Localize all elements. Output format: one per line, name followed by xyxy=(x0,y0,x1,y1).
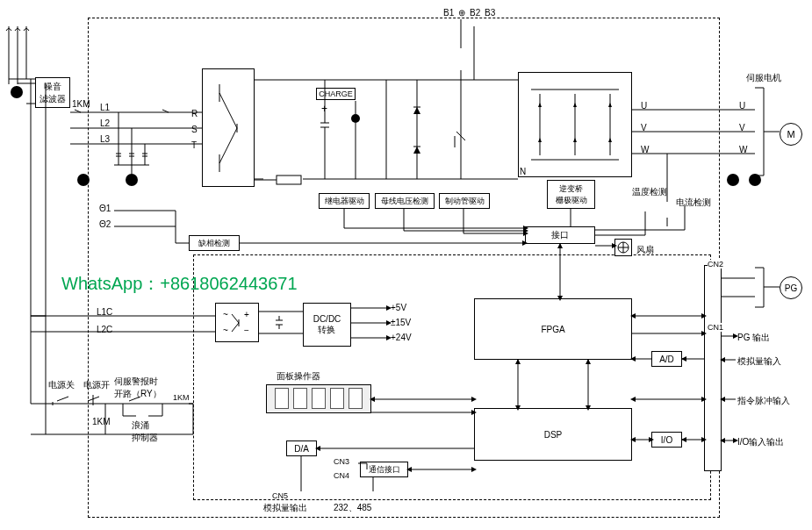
inverter-bridge-block xyxy=(518,72,632,177)
io-in-out-label: I/O输入输出 xyxy=(737,436,784,448)
b3-label: B3 xyxy=(485,8,495,18)
current-detect-label: 电流检测 xyxy=(676,197,711,209)
rectifier-block xyxy=(202,68,255,187)
w-out-label: W xyxy=(641,145,649,154)
l1c-label: L1C xyxy=(97,307,112,317)
l2-label: L2 xyxy=(100,118,110,128)
232-485-label: 232、485 xyxy=(334,502,371,514)
charge-box: CHARGE xyxy=(316,88,356,100)
analog-out-label: 模拟量输出 xyxy=(263,502,307,514)
inverter-gate-drive-block: 逆变桥 栅极驱动 xyxy=(547,180,595,209)
b-plus-label: ⊕ xyxy=(458,8,465,18)
l3-label: L3 xyxy=(100,134,110,144)
digit-icon xyxy=(349,388,363,409)
svg-point-45 xyxy=(727,174,739,186)
motor-symbol: M xyxy=(780,123,802,146)
io-connector-block xyxy=(704,265,722,471)
fan-label: 风扇 xyxy=(636,244,654,256)
da-block: D/A xyxy=(286,440,317,456)
bus-voltage-block: 母线电压检测 xyxy=(375,193,435,209)
fan-block xyxy=(614,239,632,256)
u-out-label: U xyxy=(641,101,647,111)
cn3-label: CN3 xyxy=(334,457,349,466)
w-motor-label: W xyxy=(739,145,747,154)
svg-marker-10 xyxy=(608,103,612,107)
pg-encoder-symbol: PG xyxy=(780,276,802,299)
v5-label: +5V xyxy=(391,303,406,312)
fpga-block: FPGA xyxy=(474,298,632,360)
panel-op-label: 面板操作器 xyxy=(277,370,320,383)
control-rectifier-block: ~ ~ + − xyxy=(215,303,259,342)
svg-marker-13 xyxy=(608,138,612,142)
relay-drive-block: 继电器驱动 xyxy=(319,193,370,209)
cn2-label: CN2 xyxy=(708,260,723,269)
panel-display xyxy=(266,384,371,413)
power-on-label: 电源开 xyxy=(83,379,110,391)
phase-loss-block: 缺相检测 xyxy=(189,235,240,251)
servo-alarm-open-label: 伺服警报时 开路（RY） xyxy=(114,376,162,400)
b2-label: B2 xyxy=(470,8,480,18)
n2-label: N xyxy=(520,167,526,176)
watermark: WhatsApp：+8618062443671 xyxy=(61,272,298,296)
fan-icon xyxy=(616,240,630,254)
small-rectifier-icon: ~ ~ + − xyxy=(219,307,255,338)
u-motor-label: U xyxy=(739,101,745,111)
pg-output-label: PG 输出 xyxy=(737,332,770,344)
svg-marker-12 xyxy=(573,138,577,142)
v15-label: ±15V xyxy=(391,318,411,327)
b1-label: B1 xyxy=(443,8,454,18)
svg-marker-8 xyxy=(538,103,542,107)
s-label: S xyxy=(191,125,198,134)
v-out-label: V xyxy=(641,123,647,132)
svg-text:−: − xyxy=(244,326,249,335)
digit-icon xyxy=(312,388,326,409)
analog-in-label: 模拟量输入 xyxy=(737,355,781,368)
v-motor-label: V xyxy=(739,123,745,132)
digit-icon xyxy=(330,388,344,409)
svg-point-49 xyxy=(749,174,761,186)
svg-marker-9 xyxy=(573,103,577,107)
io-block: I/O xyxy=(651,432,682,448)
l1-label: L1 xyxy=(100,103,110,112)
cmd-pulse-in-label: 指令脉冲输入 xyxy=(737,395,790,407)
servo-motor-label: 伺服电机 xyxy=(746,72,781,84)
km1-bottom-label: 1KM xyxy=(173,393,190,402)
interface-block: 接口 xyxy=(525,226,595,244)
svg-text:+: + xyxy=(244,310,249,319)
digit-icon xyxy=(275,388,289,409)
brake-drive-block: 制动管驱动 xyxy=(439,193,490,209)
svg-text:~: ~ xyxy=(223,326,228,335)
ad-block: A/D xyxy=(651,351,682,367)
surge-suppressor-label: 浪涌 抑制器 xyxy=(132,419,158,444)
cn4-label: CN4 xyxy=(334,471,349,480)
digit-icon xyxy=(293,388,307,409)
cn5-label: CN5 xyxy=(272,491,288,500)
dsp-block: DSP xyxy=(474,408,632,461)
svg-point-33 xyxy=(11,86,23,98)
r-label: R xyxy=(191,109,198,118)
theta2-label: Θ2 xyxy=(99,219,111,229)
km1-bottom2-label: 1KM xyxy=(92,417,111,426)
power-off-label: 电源关 xyxy=(48,379,75,391)
igbt-icon xyxy=(522,76,628,173)
diode-bridge-icon xyxy=(206,75,250,181)
t-label: T xyxy=(191,140,197,150)
svg-text:~: ~ xyxy=(223,310,228,319)
noise-filter-block: 噪音 滤波器 xyxy=(35,77,70,108)
svg-marker-11 xyxy=(538,138,542,142)
cn1-label: CN1 xyxy=(708,323,723,332)
temp-detect-label: 温度检测 xyxy=(632,186,667,198)
l2c-label: L2C xyxy=(97,325,112,334)
km1-label-top: 1KM xyxy=(72,99,90,109)
theta1-label: Θ1 xyxy=(99,204,111,213)
comm-interface-block: 通信接口 xyxy=(360,462,408,477)
v24-label: +24V xyxy=(391,333,412,342)
dcdc-block: DC/DC 转换 xyxy=(303,303,351,347)
